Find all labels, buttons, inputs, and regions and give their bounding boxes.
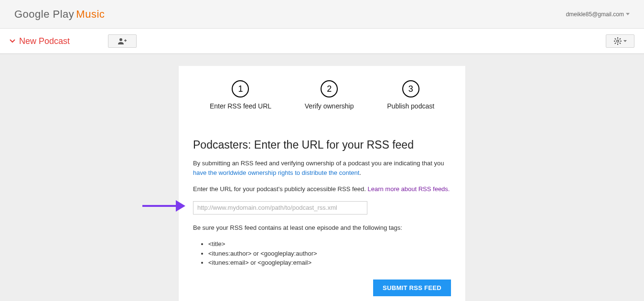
submit-rss-button[interactable]: SUBMIT RSS FEED (373, 280, 451, 296)
step-label: Enter RSS feed URL (210, 102, 271, 110)
svg-rect-10 (614, 43, 616, 44)
step-label: Verify ownership (305, 102, 354, 110)
top-header: Google Play Music dmeikle85@gmail.com (0, 0, 644, 29)
svg-rect-3 (617, 37, 618, 39)
steps-container: 1 Enter RSS feed URL 2 Verify ownership … (193, 80, 451, 110)
required-tags-list: <title> <itunes:author> or <googleplay:a… (193, 239, 451, 268)
svg-rect-4 (617, 43, 618, 45)
user-account-dropdown[interactable]: dmeikle85@gmail.com (566, 11, 630, 18)
intro-period: . (359, 169, 361, 176)
ownership-rights-link[interactable]: have the worldwide ownership rights to d… (193, 169, 359, 176)
step-1: 1 Enter RSS feed URL (210, 80, 271, 110)
logo-google-play-text: Google Play (14, 8, 74, 21)
instruction-text-part: Enter the URL for your podcast's publicl… (193, 185, 367, 193)
svg-rect-9 (619, 38, 621, 40)
step-label: Publish podcast (387, 102, 434, 110)
person-add-icon (118, 38, 127, 44)
step-circle: 2 (321, 80, 338, 97)
settings-button[interactable] (606, 34, 634, 48)
step-circle: 1 (232, 80, 249, 97)
step-2: 2 Verify ownership (305, 80, 354, 110)
page-heading: Podcasters: Enter the URL for your RSS f… (193, 139, 451, 151)
logo-music-text: Music (76, 8, 105, 21)
list-item: <title> (208, 239, 451, 249)
chevron-down-icon (626, 13, 630, 16)
logo[interactable]: Google Play Music (14, 8, 105, 21)
learn-more-link[interactable]: Learn more about RSS feeds. (367, 185, 450, 193)
new-podcast-label: New Podcast (19, 36, 70, 46)
tags-intro-text: Be sure your RSS feed contains at least … (193, 223, 451, 233)
toolbar-left: New Podcast (10, 34, 137, 48)
svg-rect-8 (619, 43, 621, 44)
step-3: 3 Publish podcast (387, 80, 434, 110)
instruction-text: Enter the URL for your podcast's publicl… (193, 184, 451, 194)
svg-rect-2 (125, 39, 126, 42)
content-area: 1 Enter RSS feed URL 2 Verify ownership … (0, 54, 644, 301)
gear-icon (614, 37, 622, 45)
list-item: <itunes:email> or <googleplay:email> (208, 258, 451, 268)
add-person-button[interactable] (108, 34, 137, 48)
user-email-text: dmeikle85@gmail.com (566, 11, 624, 18)
step-circle: 3 (402, 80, 419, 97)
intro-text-part: By submitting an RSS feed and verifying … (193, 160, 444, 167)
rss-url-input[interactable] (193, 201, 367, 215)
chevron-down-icon (10, 39, 15, 43)
toolbar: New Podcast (0, 29, 644, 54)
svg-point-0 (119, 38, 122, 41)
chevron-down-icon (623, 40, 627, 43)
main-card: 1 Enter RSS feed URL 2 Verify ownership … (179, 66, 465, 301)
svg-rect-7 (614, 38, 616, 40)
intro-text: By submitting an RSS feed and verifying … (193, 159, 451, 177)
new-podcast-dropdown[interactable]: New Podcast (10, 36, 70, 46)
list-item: <itunes:author> or <googleplay:author> (208, 249, 451, 258)
svg-rect-5 (614, 41, 615, 42)
svg-rect-6 (620, 41, 622, 42)
